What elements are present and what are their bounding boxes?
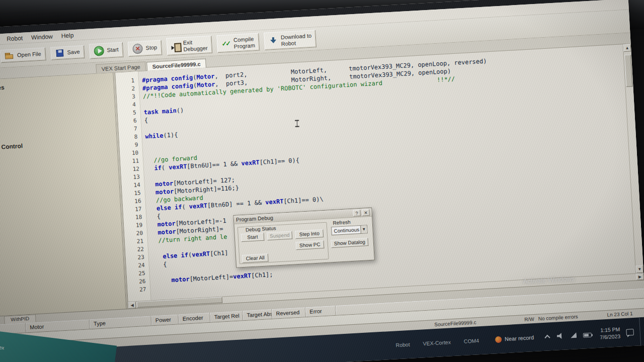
line-number: 27 bbox=[127, 286, 146, 295]
dialog-body: Debug Status Start Suspend Step Into Sho… bbox=[234, 217, 374, 267]
code-token bbox=[148, 189, 155, 197]
start-button[interactable]: Start bbox=[241, 233, 265, 242]
desktop-fragment-label: ex bbox=[0, 344, 5, 350]
code-token: Motor bbox=[196, 73, 215, 81]
code-token: { bbox=[152, 261, 167, 269]
toolbar-button-open-file[interactable]: Open File bbox=[0, 47, 46, 63]
stop-icon bbox=[132, 43, 143, 54]
floppy-icon bbox=[55, 49, 64, 57]
scroll-down-button[interactable]: ▼ bbox=[635, 265, 643, 274]
code-token: Motor bbox=[197, 81, 215, 89]
code-token: vexRT bbox=[233, 272, 252, 280]
close-icon[interactable]: ✕ bbox=[362, 209, 370, 216]
scroll-left-button[interactable]: ◀ bbox=[128, 302, 136, 309]
battery-icon[interactable] bbox=[583, 332, 592, 337]
function-library-panel: StructuresRemote Control bbox=[0, 73, 127, 318]
code-token bbox=[147, 165, 154, 172]
chevron-down-icon[interactable]: ▼ bbox=[360, 225, 367, 233]
refresh-label: Refresh bbox=[333, 219, 351, 226]
code-token bbox=[151, 253, 163, 260]
status-filename: SourceFile99999.c bbox=[434, 319, 476, 327]
code-token bbox=[150, 229, 158, 236]
column-header-reversed: Reversed bbox=[272, 307, 306, 319]
show-pc-button[interactable]: Show PC bbox=[296, 240, 325, 250]
weather-icon bbox=[495, 336, 502, 343]
weather-widget[interactable]: Near record bbox=[495, 334, 534, 343]
code-token: motor bbox=[157, 228, 176, 236]
vertical-scroll-thumb[interactable] bbox=[624, 54, 633, 87]
code-token: vexRT bbox=[192, 250, 210, 258]
code-token: while bbox=[145, 132, 164, 140]
column-header-error: Error bbox=[305, 306, 336, 317]
code-token: task main bbox=[143, 107, 177, 116]
speaker-icon[interactable] bbox=[557, 332, 565, 339]
scroll-right-button[interactable]: ▶ bbox=[636, 274, 644, 281]
sidebar-item-remote-control[interactable]: Remote Control bbox=[0, 136, 117, 155]
editor-pane: 1234567891011121314151617181920212223242… bbox=[115, 44, 644, 309]
code-token: vexRT bbox=[241, 159, 260, 167]
suspend-button[interactable]: Suspend bbox=[267, 231, 292, 241]
toolbar-button-compile-program[interactable]: Compile Program bbox=[216, 33, 260, 53]
toolbar-button-download-to-robot[interactable]: Download to Robot bbox=[264, 30, 316, 50]
menu-item-window[interactable]: Window bbox=[31, 33, 53, 41]
checks-icon bbox=[221, 39, 231, 48]
column-header-encoder: Encoder bbox=[178, 313, 210, 324]
weather-label: Near record bbox=[505, 334, 534, 342]
download-icon bbox=[269, 37, 278, 45]
status-readwrite: R/W bbox=[524, 316, 534, 322]
toolbar-button-label: Save bbox=[67, 49, 80, 56]
sidebar-item-structures[interactable]: Structures bbox=[0, 77, 114, 96]
toolbar-button-label: Download to Robot bbox=[281, 33, 312, 47]
menu-item-help[interactable]: Help bbox=[61, 32, 73, 39]
toolbar-button-exit-debugger[interactable]: Exit Debugger bbox=[166, 36, 212, 56]
refresh-mode-select[interactable]: Continuous ▼ bbox=[331, 225, 368, 235]
text-cursor-icon bbox=[295, 120, 299, 127]
code-token: if bbox=[175, 204, 182, 211]
chevron-up-icon[interactable] bbox=[544, 333, 551, 340]
code-token: vexRT bbox=[265, 198, 284, 206]
toolbar-button-label: Stop bbox=[145, 44, 157, 51]
refresh-mode-value: Continuous bbox=[334, 227, 359, 234]
taskbar-clock[interactable]: 1:15 PM 7/6/2023 bbox=[599, 325, 620, 341]
taskbar-item-robot[interactable]: Robot bbox=[395, 341, 410, 348]
code-token: else bbox=[156, 204, 172, 212]
scroll-up-button[interactable]: ▲ bbox=[623, 44, 631, 52]
network-icon[interactable] bbox=[570, 332, 578, 339]
code-token bbox=[150, 221, 157, 228]
show-datalog-button[interactable]: Show Datalog bbox=[331, 238, 369, 248]
program-debug-dialog: Program Debug ? ✕ Debug Status Start Sus… bbox=[233, 208, 374, 268]
system-tray bbox=[544, 331, 592, 340]
back-icon[interactable]: ◂ bbox=[575, 0, 578, 1]
code-token bbox=[147, 181, 155, 189]
code-token: motor bbox=[155, 180, 174, 188]
code-token: { bbox=[144, 117, 148, 124]
toolbar-button-stop[interactable]: Stop bbox=[128, 40, 162, 57]
code-token: else bbox=[163, 252, 178, 260]
toolbar-button-save[interactable]: Save bbox=[50, 45, 85, 60]
code-token: [Ch1]== 0)\ bbox=[283, 196, 324, 205]
taskbar-item-vex-cortex[interactable]: VEX-Cortex bbox=[423, 339, 451, 346]
code-token: ( bbox=[182, 203, 189, 211]
code-token: motor bbox=[155, 188, 174, 196]
help-icon[interactable]: ? bbox=[353, 209, 361, 216]
play-icon bbox=[94, 45, 104, 56]
toolbar-button-label: Open File bbox=[17, 51, 41, 58]
code-token: if bbox=[181, 251, 188, 259]
clear-all-button[interactable]: Clear All bbox=[242, 253, 269, 263]
code-token bbox=[149, 205, 156, 213]
code-token: [Ch1]== 0){ bbox=[259, 157, 299, 166]
code-token: [Ch1] bbox=[210, 249, 228, 257]
code-token: () bbox=[176, 107, 184, 114]
toolbar-button-start[interactable]: Start bbox=[89, 42, 124, 59]
show-desktop-button[interactable] bbox=[639, 317, 643, 345]
menu-item-robot[interactable]: Robot bbox=[7, 34, 23, 42]
taskbar-item-com4[interactable]: COM4 bbox=[464, 337, 479, 344]
status-cursor-position: Ln 23 Col 1 bbox=[607, 311, 633, 318]
code-token: if bbox=[154, 164, 162, 172]
column-header-target-rel: Target Rel bbox=[210, 311, 243, 322]
step-into-button[interactable]: Step Into bbox=[295, 229, 324, 239]
column-header-target-abs: Target Abs bbox=[243, 309, 272, 320]
notification-icon[interactable] bbox=[626, 328, 634, 335]
door-icon bbox=[171, 42, 181, 51]
code-editor[interactable]: #pragma config(Motor, port2, MotorLeft, … bbox=[138, 44, 635, 300]
